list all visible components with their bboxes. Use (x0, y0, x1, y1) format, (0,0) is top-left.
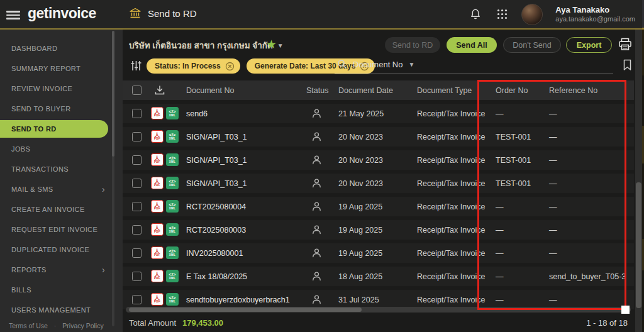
notifications-bell-icon[interactable] (469, 8, 482, 21)
pdf-file-icon[interactable]: 人PDF (151, 200, 164, 213)
sidebar-item-users-management[interactable]: USERS MANAGEMENT › (0, 300, 123, 320)
column-header-status[interactable]: Status (306, 80, 328, 100)
user-avatar[interactable] (521, 4, 543, 25)
sidebar-item-summary-report[interactable]: SUMMARY REPORT › (0, 58, 123, 79)
sidebar-scrollbar[interactable] (112, 31, 114, 326)
pdf-file-icon[interactable]: 人PDF (151, 107, 164, 119)
search-zone[interactable]: Document No ▼ (335, 57, 613, 74)
sidebar-item-mail-sms[interactable]: MAIL & SMS › (0, 179, 123, 199)
cell-reference-no: — (549, 104, 557, 123)
annotation-resize-handle[interactable] (621, 306, 630, 314)
xml-file-icon[interactable]: </>XML (166, 130, 179, 143)
cell-document-no[interactable]: RCT2025080003 (186, 220, 246, 240)
pdf-file-icon[interactable]: 人PDF (151, 223, 164, 236)
xml-file-icon[interactable]: </>XML (166, 200, 179, 213)
company-selector[interactable]: บริษัท เก็ตอินวอย สาขา กรุงเกษม จำกัด ▼ (129, 38, 284, 52)
row-checkbox[interactable] (132, 132, 142, 141)
sidebar-item-create-an-invoice[interactable]: CREATE AN INVOICE › (0, 199, 123, 219)
cell-reference-no: — (549, 127, 557, 147)
table-row[interactable]: 人PDF </>XML RCT2025080003 19 Aug 2025 Re… (123, 220, 634, 240)
search-icon (337, 59, 347, 69)
cell-document-no[interactable]: E Tax 18/08/2025 (186, 267, 247, 286)
horizontal-scrollbar-thumb[interactable] (129, 307, 362, 312)
pdf-file-icon[interactable]: 人PDF (151, 177, 164, 189)
app-logo[interactable]: getinvoice (28, 5, 96, 22)
xml-file-icon[interactable]: </>XML (166, 293, 179, 306)
sidebar-item-request-edit-invoice[interactable]: REQUEST EDIT INVOICE › (0, 219, 123, 240)
table-row[interactable]: 人PDF </>XML INV2025080001 19 Aug 2025 Re… (123, 243, 634, 263)
bank-icon (129, 8, 142, 19)
row-checkbox[interactable] (132, 202, 142, 211)
table-row[interactable]: 人PDF </>XML SIGN/API_T03_1 20 Nov 2023 R… (123, 150, 634, 170)
hamburger-menu-icon[interactable] (6, 9, 20, 20)
select-all-checkbox[interactable] (132, 86, 142, 95)
row-checkbox[interactable] (132, 109, 142, 118)
xml-file-icon[interactable]: </>XML (166, 270, 179, 282)
sidebar-item-review-invoice[interactable]: REVIEW INVOICE › (0, 79, 123, 99)
cell-document-date: 21 May 2025 (338, 104, 384, 123)
sidebar-item-transactions[interactable]: TRANSACTIONS › (0, 159, 123, 179)
cell-document-no[interactable]: INV2025080001 (186, 243, 243, 263)
table-row[interactable]: 人PDF </>XML send6 21 May 2025 Receipt/Ta… (123, 104, 634, 123)
print-icon[interactable] (618, 38, 632, 53)
table-row[interactable]: 人PDF </>XML E Tax 18/08/2025 18 Aug 2025… (123, 267, 634, 286)
chevron-right-icon: › (102, 184, 105, 194)
cell-document-date: 18 Aug 2025 (338, 267, 382, 286)
send-all-button[interactable]: Send All (447, 37, 497, 53)
search-field-selector[interactable]: Document No (353, 60, 402, 69)
sidebar-item-send-to-rd[interactable]: SEND TO RD › (0, 120, 108, 138)
column-header-document-type[interactable]: Document Type (417, 80, 472, 100)
column-header-order-no[interactable]: Order No (496, 80, 528, 100)
column-header-document-no[interactable]: Document No (186, 80, 234, 100)
cell-document-no[interactable]: SIGN/API_T03_1 (186, 174, 247, 193)
pdf-file-icon[interactable]: 人PDF (151, 130, 164, 143)
pdf-file-icon[interactable]: 人PDF (151, 153, 164, 166)
horizontal-scrollbar[interactable] (126, 307, 631, 313)
xml-file-icon[interactable]: </>XML (166, 107, 179, 119)
xml-file-icon[interactable]: </>XML (166, 153, 179, 166)
sidebar-item-dashboard[interactable]: DASHBOARD › (0, 38, 123, 58)
pdf-file-icon[interactable]: 人PDF (151, 246, 164, 259)
vertical-scrollbar[interactable] (635, 30, 642, 332)
send-to-rd-button[interactable]: Send to RD (385, 37, 440, 53)
sidebar-item-reports[interactable]: REPORTS › (0, 260, 123, 280)
row-checkbox[interactable] (132, 248, 142, 258)
table-row[interactable]: 人PDF </>XML SIGN/API_T03_1 20 Nov 2023 R… (123, 127, 634, 147)
table-row[interactable]: 人PDF </>XML SIGN/API_T03_1 20 Nov 2023 R… (123, 174, 634, 193)
row-checkbox[interactable] (132, 155, 142, 165)
cell-document-no[interactable]: RCT2025080004 (186, 197, 246, 216)
row-checkbox[interactable] (132, 225, 142, 235)
bookmark-icon[interactable] (623, 59, 632, 74)
vertical-scrollbar-thumb[interactable] (636, 182, 641, 308)
cell-document-no[interactable]: SIGN/API_T03_1 (186, 150, 247, 170)
privacy-policy-link[interactable]: Privacy Policy (62, 322, 103, 329)
sidebar-item-duplicated-invoice[interactable]: DUPLICATED INVOICE › (0, 240, 123, 260)
sidebar-item-label: REQUEST EDIT INVOICE (11, 226, 97, 233)
pdf-file-icon[interactable]: 人PDF (151, 270, 164, 282)
apps-grid-icon[interactable] (495, 8, 509, 21)
dont-send-button[interactable]: Don't Send (503, 37, 561, 53)
cell-document-type: Receipt/Tax Invoice (417, 197, 485, 216)
column-header-document-date[interactable]: Document Date (338, 80, 393, 100)
column-header-reference-no[interactable]: Reference No (549, 80, 597, 100)
row-checkbox[interactable] (132, 295, 142, 304)
pdf-file-icon[interactable]: 人PDF (151, 293, 164, 306)
download-icon[interactable] (154, 85, 165, 98)
xml-file-icon[interactable]: </>XML (166, 246, 179, 259)
filter-chip[interactable]: Status: In Process (147, 58, 240, 74)
cell-document-no[interactable]: SIGN/API_T03_1 (186, 127, 247, 147)
filter-sliders-icon[interactable] (130, 60, 142, 74)
xml-file-icon[interactable]: </>XML (166, 223, 179, 236)
favorite-star-icon[interactable]: ★ (266, 37, 277, 52)
table-row[interactable]: 人PDF </>XML RCT2025080004 19 Aug 2025 Re… (123, 197, 634, 216)
sidebar-item-jobs[interactable]: JOBS › (0, 139, 123, 159)
remove-chip-icon[interactable] (225, 62, 235, 71)
cell-document-no[interactable]: send6 (186, 104, 208, 123)
sidebar-item-send-to-buyer[interactable]: SEND TO BUYER › (0, 99, 123, 119)
terms-of-use-link[interactable]: Terms of Use (9, 322, 48, 329)
row-checkbox[interactable] (132, 272, 142, 281)
xml-file-icon[interactable]: </>XML (166, 177, 179, 189)
export-button[interactable]: Export (566, 37, 612, 53)
row-checkbox[interactable] (132, 179, 142, 188)
sidebar-item-bills[interactable]: BILLS › (0, 280, 123, 300)
